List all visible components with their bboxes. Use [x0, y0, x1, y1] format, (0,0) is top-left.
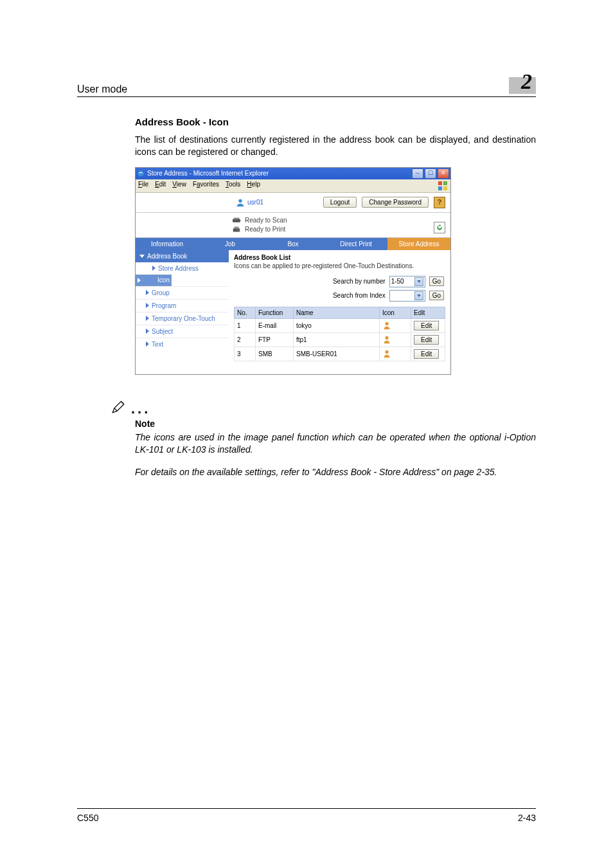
svg-rect-7: [234, 217, 240, 219]
cell-edit: Edit: [411, 347, 445, 361]
footer-model: C550: [77, 813, 98, 823]
menu-view[interactable]: View: [172, 181, 186, 191]
help-button[interactable]: ?: [434, 197, 445, 208]
svg-point-0: [138, 170, 144, 176]
note-body-2: For details on the available settings, r…: [135, 466, 536, 478]
side-group[interactable]: Group: [136, 286, 229, 299]
search-index-go-button[interactable]: Go: [429, 291, 444, 300]
user-name: usr01: [247, 199, 263, 206]
change-password-button[interactable]: Change Password: [362, 197, 429, 208]
embedded-screenshot: Store Address - Microsoft Internet Explo…: [135, 167, 451, 375]
caret-down-icon: [139, 255, 145, 258]
window-close-button[interactable]: ✕: [438, 168, 449, 179]
edit-button[interactable]: Edit: [414, 335, 439, 345]
menu-tools[interactable]: Tools: [226, 181, 240, 191]
ellipsis-icon: ...: [131, 402, 150, 416]
cell-no: 3: [235, 347, 256, 361]
window-titlebar: Store Address - Microsoft Internet Explo…: [136, 168, 450, 179]
status-print: Ready to Print: [245, 226, 285, 233]
note-title: Note: [135, 419, 536, 429]
app-top-strip: usr01 Logout Change Password ?: [136, 193, 450, 213]
destination-icon: [382, 321, 391, 330]
menu-help[interactable]: Help: [247, 181, 260, 191]
side-subject[interactable]: Subject: [136, 325, 229, 338]
window-maximize-button[interactable]: ☐: [425, 168, 436, 179]
menu-favorites[interactable]: Favorites: [193, 181, 219, 191]
window-minimize-button[interactable]: –: [412, 168, 423, 179]
page-footer: C550 2-43: [77, 808, 536, 823]
cell-edit: Edit: [411, 332, 445, 347]
destination-icon: [382, 335, 391, 344]
cell-function: E-mail: [256, 318, 294, 332]
running-header: User mode 2: [77, 77, 536, 97]
destination-icon: [382, 349, 391, 358]
search-number-select[interactable]: 1-50: [389, 276, 425, 287]
search-number-go-button[interactable]: Go: [429, 276, 444, 286]
menu-edit[interactable]: Edit: [155, 181, 166, 191]
table-row: 1 E-mail tokyo Edit: [235, 318, 445, 332]
user-icon: [236, 198, 245, 207]
col-icon: Icon: [380, 307, 411, 318]
caret-right-icon: [146, 341, 149, 347]
caret-right-icon: [146, 290, 149, 295]
edit-button[interactable]: Edit: [414, 349, 439, 359]
caret-right-icon: [146, 316, 149, 321]
main-tabs: Information Job Box Direct Print Store A…: [136, 238, 450, 250]
svg-rect-9: [235, 226, 239, 229]
svg-rect-2: [443, 181, 447, 185]
col-name: Name: [294, 307, 380, 318]
pen-icon: [109, 398, 127, 416]
edit-button[interactable]: Edit: [414, 321, 439, 330]
cell-dest-name: SMB-USER01: [294, 347, 380, 361]
tab-job[interactable]: Job: [199, 238, 262, 250]
search-index-select[interactable]: [389, 290, 425, 302]
search-by-number-row: Search by number 1-50 Go: [229, 275, 450, 289]
side-icon[interactable]: Icon: [136, 275, 172, 286]
search-number-label: Search by number: [333, 278, 386, 285]
logged-in-user: usr01: [236, 198, 263, 207]
side-address-book[interactable]: Address Book: [136, 250, 229, 262]
refresh-button[interactable]: [434, 222, 445, 233]
table-header-row: No. Function Name Icon Edit: [235, 307, 445, 318]
side-program[interactable]: Program: [136, 299, 229, 312]
side-store-address[interactable]: Store Address: [136, 262, 229, 275]
work-area: Address Book Store Address Icon Group Pr…: [136, 250, 450, 374]
cell-no: 1: [235, 318, 256, 332]
col-edit: Edit: [411, 307, 445, 318]
main-title: Address Book List: [229, 250, 450, 262]
tab-information[interactable]: Information: [136, 238, 199, 250]
cell-icon: [380, 332, 411, 347]
side-nav: Address Book Store Address Icon Group Pr…: [136, 250, 229, 374]
svg-point-10: [238, 230, 240, 231]
main-subtitle: Icons can be applied to pre-registered O…: [229, 262, 450, 275]
svg-point-5: [238, 199, 242, 203]
body-column: Address Book - Icon The list of destinat…: [77, 116, 536, 478]
browser-menubar: File Edit View Favorites Tools Help: [136, 179, 450, 193]
tab-box[interactable]: Box: [262, 238, 324, 250]
note-marker: ...: [109, 398, 536, 416]
svg-point-13: [385, 350, 388, 354]
side-text[interactable]: Text: [136, 338, 229, 350]
tab-direct-print[interactable]: Direct Print: [324, 238, 387, 250]
windows-flag-icon: [438, 181, 448, 191]
col-function: Function: [256, 307, 294, 318]
status-scan: Ready to Scan: [245, 217, 287, 224]
side-temporary-one-touch[interactable]: Temporary One-Touch: [136, 312, 229, 325]
note-body-1: The icons are used in the image panel fu…: [135, 431, 536, 456]
tab-store-address[interactable]: Store Address: [387, 238, 450, 250]
search-from-index-row: Search from Index Go: [229, 289, 450, 303]
logout-button[interactable]: Logout: [323, 197, 357, 208]
cell-dest-name: tokyo: [294, 318, 380, 332]
search-index-label: Search from Index: [333, 292, 386, 299]
main-panel: Address Book List Icons can be applied t…: [229, 250, 450, 374]
scanner-icon: [232, 217, 241, 224]
col-no: No.: [235, 307, 256, 318]
window-title: Store Address - Microsoft Internet Explo…: [147, 170, 269, 177]
lead-paragraph: The list of destinations currently regis…: [135, 134, 536, 158]
svg-point-12: [385, 336, 388, 339]
section-title: Address Book - Icon: [135, 116, 536, 127]
cell-no: 2: [235, 332, 256, 347]
menu-file[interactable]: File: [138, 181, 148, 191]
table-row: 2 FTP ftp1 Edit: [235, 332, 445, 347]
cell-edit: Edit: [411, 318, 445, 332]
